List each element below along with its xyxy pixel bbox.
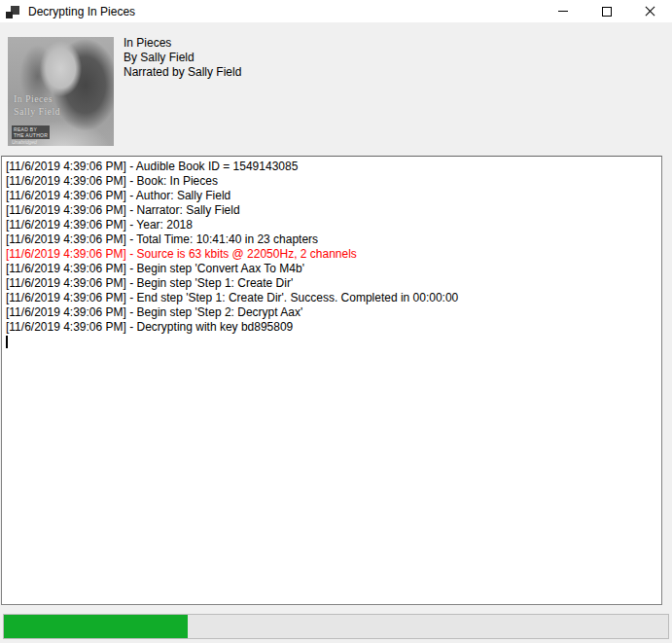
book-narrator-line: Narrated by Sally Field xyxy=(124,65,241,80)
cover-title-text: In Pieces xyxy=(14,93,53,104)
minimize-icon xyxy=(558,11,568,12)
close-button[interactable] xyxy=(628,0,672,22)
log-line: [11/6/2019 4:39:06 PM] - Narrator: Sally… xyxy=(6,203,657,218)
maximize-icon xyxy=(602,7,612,17)
cover-read-by-badge: READ BY THE AUTHOR xyxy=(12,125,50,139)
book-info: In Pieces By Sally Field Narrated by Sal… xyxy=(124,36,241,80)
log-line: [11/6/2019 4:39:06 PM] - Begin step 'Con… xyxy=(6,262,657,276)
text-caret xyxy=(6,336,8,348)
window-controls xyxy=(541,0,672,22)
minimize-button[interactable] xyxy=(541,0,584,22)
log-line: [11/6/2019 4:39:06 PM] - Begin step 'Ste… xyxy=(6,305,657,320)
log-line: [11/6/2019 4:39:06 PM] - Author: Sally F… xyxy=(6,189,657,203)
log-line: [11/6/2019 4:39:06 PM] - Audible Book ID… xyxy=(6,160,657,174)
close-icon xyxy=(645,6,655,17)
log-line: [11/6/2019 4:39:06 PM] - Year: 2018 xyxy=(6,218,657,232)
app-window: Decrypting In Pieces In Pieces Sally Fie… xyxy=(0,0,672,643)
log-line: [11/6/2019 4:39:06 PM] - Begin step 'Ste… xyxy=(6,276,657,291)
log-line: [11/6/2019 4:39:06 PM] - Decrypting with… xyxy=(6,320,657,335)
log-line: [11/6/2019 4:39:06 PM] - End step 'Step … xyxy=(6,291,657,305)
log-textbox[interactable]: [11/6/2019 4:39:06 PM] - Audible Book ID… xyxy=(1,156,662,605)
app-icon xyxy=(6,5,19,18)
book-cover-art: In Pieces Sally Field READ BY THE AUTHOR… xyxy=(8,37,114,146)
book-author-line: By Sally Field xyxy=(124,51,241,65)
title-bar: Decrypting In Pieces xyxy=(0,0,672,22)
window-title: Decrypting In Pieces xyxy=(28,5,135,18)
app-icon-square-small xyxy=(6,12,13,18)
log-lines: [11/6/2019 4:39:06 PM] - Audible Book ID… xyxy=(6,160,657,335)
cover-unabridged-text: Unabridged xyxy=(12,139,37,145)
maximize-button[interactable] xyxy=(584,0,628,22)
progress-fill xyxy=(4,615,188,638)
cover-author-text: Sally Field xyxy=(14,106,60,117)
log-line: [11/6/2019 4:39:06 PM] - Book: In Pieces xyxy=(6,174,657,189)
book-title: In Pieces xyxy=(124,36,241,51)
progress-bar xyxy=(3,614,669,639)
log-line: [11/6/2019 4:39:06 PM] - Source is 63 kb… xyxy=(6,247,657,262)
log-line: [11/6/2019 4:39:06 PM] - Total Time: 10:… xyxy=(6,232,657,247)
